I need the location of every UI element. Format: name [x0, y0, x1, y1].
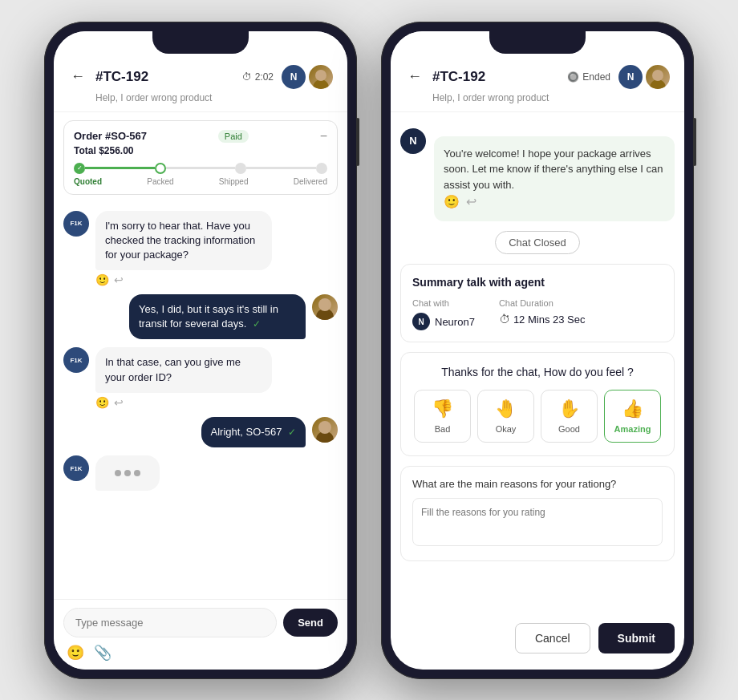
summary-row: Chat with N Neuron7 Chat Duration ⏱ 12 M… — [412, 298, 663, 330]
order-total: Total $256.00 — [74, 145, 327, 156]
input-icons: 🙂 📎 — [63, 644, 338, 662]
message-2: Yes, I did, but it says it's still in tr… — [129, 294, 338, 339]
reaction-icon[interactable]: 🙂 — [444, 192, 460, 212]
user-avatar-left — [307, 63, 335, 91]
side-button-left — [356, 118, 359, 166]
emoji-reaction-icon-3[interactable]: 🙂 — [95, 396, 109, 409]
clock-icon: ⏱ — [499, 313, 510, 326]
summary-title: Summary talk with agent — [412, 276, 663, 289]
progress-line-3 — [246, 167, 316, 169]
message-3: F1K In that case, can you give me your o… — [63, 347, 272, 408]
dot-1 — [115, 470, 121, 476]
reply-icon-3[interactable]: ↩ — [114, 396, 124, 409]
user-avatar-msg4 — [312, 417, 338, 443]
avatar-group-left: N — [280, 63, 335, 91]
phone-notch-left — [152, 31, 249, 54]
ticket-id-right: #TC-192 — [432, 69, 485, 85]
timer-icon: ⏱ — [242, 71, 252, 83]
back-button-right[interactable]: ← — [403, 66, 426, 88]
avatar-group-right: N — [617, 63, 671, 91]
progress-dot-shipped — [235, 163, 246, 174]
msg-actions-3: 🙂 ↩ — [95, 396, 272, 409]
label-quoted: Quoted — [74, 177, 102, 186]
agent-avatar-msg3: F1K — [63, 347, 89, 373]
message-input[interactable] — [63, 608, 277, 637]
good-emoji: ✋ — [558, 399, 580, 419]
progress-dot-packed — [155, 163, 166, 174]
progress-track — [74, 163, 327, 174]
send-button[interactable]: Send — [283, 609, 338, 637]
msg-actions-1: 🙂 ↩ — [95, 273, 272, 286]
check-icon-2: ✓ — [288, 427, 296, 438]
ended-dot: 🔘 — [567, 71, 579, 83]
phone-left: ← #TC-192 ⏱ 2:02 N — [44, 22, 357, 679]
order-id: Order #SO-567 — [74, 130, 147, 142]
reasons-textarea[interactable] — [412, 498, 663, 546]
okay-label: Okay — [496, 424, 517, 434]
subtitle-left: Help, I order wrong product — [95, 92, 335, 103]
emoji-picker-icon[interactable]: 🙂 — [67, 644, 84, 662]
rating-card: Thanks for the chat, How do you feel ? 👎… — [400, 352, 675, 456]
rating-options: 👎 Bad 🤚 Okay ✋ Good — [414, 390, 661, 443]
amazing-label: Amazing — [614, 424, 651, 434]
emoji-reaction-icon-1[interactable]: 🙂 — [95, 273, 109, 286]
rating-amazing[interactable]: 👍 Amazing — [604, 390, 661, 443]
rating-screen: N You're welcome! I hope your package ar… — [391, 112, 684, 615]
reply-icon-welcome[interactable]: ↩ — [466, 192, 476, 212]
timer-value: 2:02 — [255, 71, 274, 83]
rating-good[interactable]: ✋ Good — [541, 390, 598, 443]
user-avatar-right — [644, 63, 671, 91]
reply-icon-1[interactable]: ↩ — [114, 273, 124, 286]
duration-label: Chat Duration — [499, 298, 586, 308]
dot-2 — [124, 470, 131, 476]
summary-card: Summary talk with agent Chat with N Neur… — [400, 264, 675, 342]
agent-info: N Neuron7 — [412, 313, 475, 330]
summary-duration: Chat Duration ⏱ 12 Mins 23 Sec — [499, 298, 586, 330]
reasons-label: What are the main reasons for your ratio… — [412, 478, 663, 490]
duration-value: 12 Mins 23 Sec — [513, 314, 586, 326]
ticket-id-left: #TC-192 — [95, 69, 148, 85]
msg-bubble-1: I'm sorry to hear that. Have you checked… — [95, 211, 272, 271]
phone-screen-right: ← #TC-192 🔘 Ended N — [391, 31, 684, 670]
rating-okay[interactable]: 🤚 Okay — [477, 390, 534, 443]
order-card: Order #SO-567 Paid − Total $256.00 — [63, 120, 338, 195]
agent-avatar-typing: F1K — [63, 455, 89, 481]
submit-button[interactable]: Submit — [598, 623, 675, 653]
label-packed: Packed — [147, 177, 173, 186]
side-button-right — [693, 118, 696, 166]
progress-line-1 — [85, 167, 155, 169]
label-shipped: Shipped — [219, 177, 249, 186]
summary-chat-with: Chat with N Neuron7 — [412, 298, 475, 330]
ended-label: Ended — [582, 71, 610, 83]
progress-dot-quoted — [74, 163, 85, 174]
typing-indicator — [105, 463, 150, 483]
bad-emoji: 👎 — [432, 399, 453, 419]
agent-welcome-row: N You're welcome! I hope your package ar… — [400, 120, 675, 222]
cancel-button[interactable]: Cancel — [515, 623, 590, 653]
action-buttons: Cancel Submit — [391, 615, 684, 670]
agent-avatar-right: N — [617, 63, 644, 91]
rating-question: Thanks for the chat, How do you feel ? — [414, 366, 661, 378]
message-typing: F1K — [63, 455, 160, 491]
input-row: Send — [63, 608, 338, 637]
bad-label: Bad — [435, 424, 451, 434]
header-right-right: 🔘 Ended N — [567, 63, 671, 91]
chat-with-label: Chat with — [412, 298, 475, 308]
attachment-icon[interactable]: 📎 — [94, 644, 112, 662]
duration-info: ⏱ 12 Mins 23 Sec — [499, 313, 586, 326]
agent-initial-dot: N — [412, 313, 430, 330]
dot-3 — [134, 470, 140, 476]
msg-bubble-2: Yes, I did, but it says it's still in tr… — [129, 294, 306, 339]
label-delivered: Delivered — [294, 177, 327, 186]
progress-dot-delivered — [316, 163, 327, 174]
progress-line-2 — [166, 167, 236, 169]
messages-area-left: F1K I'm sorry to hear that. Have you che… — [54, 203, 347, 599]
agent-badge-n: N — [400, 128, 426, 154]
collapse-order-btn[interactable]: − — [320, 129, 327, 144]
typing-bubble — [95, 455, 160, 491]
rating-bad[interactable]: 👎 Bad — [414, 390, 471, 443]
back-button-left[interactable]: ← — [67, 66, 89, 88]
chat-input-area: Send 🙂 📎 — [54, 599, 347, 670]
okay-emoji: 🤚 — [495, 399, 517, 419]
agent-avatar-left: N — [280, 63, 307, 91]
